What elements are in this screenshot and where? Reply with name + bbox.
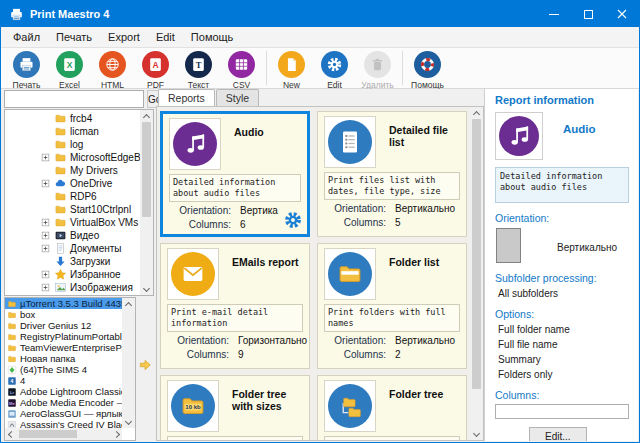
new-report-button[interactable]: New [270, 49, 313, 90]
orientation-label: Orientation: [324, 335, 386, 346]
html-button[interactable]: HTML [91, 49, 134, 90]
report-title: Audio [234, 126, 264, 170]
collapse-panel-arrow-icon[interactable] [138, 358, 152, 372]
menu-print[interactable]: Печать [48, 28, 100, 46]
scroll-down-icon[interactable] [140, 283, 153, 295]
tree-item-favorites[interactable]: Избранное [5, 268, 153, 281]
expand-plus-icon[interactable] [41, 152, 53, 163]
report-card-folder-list[interactable]: Folder list Print folders with full name… [317, 243, 467, 369]
tree-item-start10ctrlpnl[interactable]: Start10Ctrlpnl [5, 203, 153, 216]
printer-icon [13, 51, 40, 78]
report-description: Print files list with dates, file type, … [324, 172, 460, 200]
path-input[interactable] [4, 90, 144, 108]
list-item-aeroglass[interactable]: AeroGlassGUI — ярлык [5, 408, 135, 419]
list-item-registry-platinum[interactable]: RegistryPlatinumPortable [5, 331, 135, 342]
scroll-up-icon[interactable] [122, 298, 135, 310]
folder-list[interactable]: µTorrent 3.5.3 Build 44358 Stable box Dr… [4, 297, 136, 441]
table-icon [228, 51, 255, 78]
report-icon-box [324, 380, 376, 432]
options-label: Options: [495, 308, 629, 320]
tree-item-downloads[interactable]: Загрузки [5, 255, 153, 268]
list-item-sims4[interactable]: (64)The SIMS 4 [5, 364, 135, 375]
expand-plus-icon[interactable] [41, 282, 53, 293]
aeroglass-app-icon [7, 409, 17, 419]
edit-report-button[interactable]: Edit [313, 49, 356, 90]
expand-plus-icon[interactable] [41, 217, 53, 228]
scroll-down-icon[interactable] [470, 428, 483, 440]
report-card-emails[interactable]: EMails report Print e-mail detail inform… [160, 243, 310, 369]
menu-export[interactable]: Export [100, 28, 148, 46]
list-item-teamviewer[interactable]: TeamViewerEnterprisePortable [5, 342, 135, 353]
csv-button[interactable]: CSV [220, 49, 263, 90]
tree-item-microsoftedgeback[interactable]: MicrosoftEdgeBack [5, 151, 153, 164]
tree-item-pictures[interactable]: Изображения [5, 281, 153, 294]
list-item-media-encoder[interactable]: Adobe Media Encoder — ярлык [5, 397, 135, 408]
close-button[interactable] [605, 1, 639, 27]
tab-bar: Reports Style [156, 89, 484, 106]
cards-scrollbar[interactable] [470, 107, 483, 440]
title-bar: Print Maestro 4 [1, 1, 639, 27]
list-item-new-folder[interactable]: Новая папка [5, 353, 135, 364]
list-item-4[interactable]: 4 [5, 375, 135, 386]
folder-icon [54, 216, 67, 229]
edit-columns-button[interactable]: Edit... [529, 427, 587, 441]
scroll-up-icon[interactable] [470, 107, 483, 119]
scroll-up-icon[interactable] [140, 110, 153, 122]
expand-plus-icon[interactable] [41, 230, 53, 241]
columns-value: 9 [238, 349, 244, 360]
list-item-driver-genius[interactable]: Driver Genius 12 [5, 320, 135, 331]
report-card-audio[interactable]: Audio Detailed information about audio f… [160, 111, 310, 237]
tab-reports[interactable]: Reports [158, 89, 215, 107]
help-button[interactable]: Помощь [406, 49, 449, 90]
folder-icon [54, 112, 67, 125]
scroll-down-icon[interactable] [122, 416, 135, 428]
scrollbar-thumb[interactable] [142, 122, 151, 217]
maximize-button[interactable] [571, 1, 605, 27]
report-icon-box [169, 118, 221, 170]
tree-item-video[interactable]: Видео [5, 229, 153, 242]
list-scrollbar[interactable] [122, 298, 135, 428]
expand-plus-icon[interactable] [41, 243, 53, 254]
tree-item-virtualbox-vms[interactable]: VirtualBox VMs [5, 216, 153, 229]
print-button[interactable]: Печать [5, 49, 48, 90]
report-icon-box [495, 112, 543, 160]
tab-style[interactable]: Style [216, 89, 259, 106]
tree-item-log[interactable]: log [5, 138, 153, 151]
minimize-button[interactable] [537, 1, 571, 27]
columns-input[interactable] [495, 404, 629, 419]
list-horizontal-scrollbar[interactable] [5, 428, 122, 440]
menu-file[interactable]: Файл [5, 28, 48, 46]
tree-item-rdp6[interactable]: RDP6 [5, 190, 153, 203]
columns-label: Columns: [495, 389, 629, 401]
report-description: Detailed information about audio files [169, 174, 301, 202]
tree-item-licman[interactable]: licman [5, 125, 153, 138]
list-item-utorrent[interactable]: µTorrent 3.5.3 Build 44358 Stable [5, 298, 135, 309]
report-card-folder-tree[interactable]: Folder tree Print only folder tree struc… [317, 375, 467, 440]
tree-scrollbar[interactable] [140, 110, 153, 295]
scroll-left-icon[interactable] [5, 428, 17, 440]
list-item-lightroom[interactable]: Adobe Lightroom Classic CC [5, 386, 135, 397]
folder-tree[interactable]: frcb4 licman log MicrosoftEdgeBack My Dr… [4, 109, 154, 296]
menu-help[interactable]: Помощь [183, 28, 242, 46]
pdf-button[interactable]: PDF [134, 49, 177, 90]
text-button[interactable]: Текст [177, 49, 220, 90]
expand-plus-icon[interactable] [41, 178, 53, 189]
scroll-right-icon[interactable] [110, 428, 122, 440]
report-icon-box [167, 248, 219, 300]
report-icon-box [324, 248, 376, 300]
list-item-box[interactable]: box [5, 309, 135, 320]
excel-button[interactable]: Excel [48, 49, 91, 90]
tree-item-my-drivers[interactable]: My Drivers [5, 164, 153, 177]
report-card-detailed-file-list[interactable]: Detailed file list Print files list with… [317, 111, 467, 237]
expand-plus-icon[interactable] [41, 269, 53, 280]
toolbar-separator [402, 51, 403, 85]
report-card-folder-tree-sizes[interactable]: Folder tree with sizes Print folders tre… [160, 375, 310, 440]
scrollbar-thumb[interactable] [19, 430, 77, 438]
scrollbar-thumb[interactable] [472, 119, 481, 389]
tree-item-documents[interactable]: Документы [5, 242, 153, 255]
card-settings-gear-icon[interactable] [283, 210, 303, 230]
lifebuoy-icon [414, 51, 441, 78]
tree-item-frcb4[interactable]: frcb4 [5, 112, 153, 125]
menu-edit[interactable]: Edit [148, 28, 183, 46]
tree-item-onedrive[interactable]: OneDrive [5, 177, 153, 190]
